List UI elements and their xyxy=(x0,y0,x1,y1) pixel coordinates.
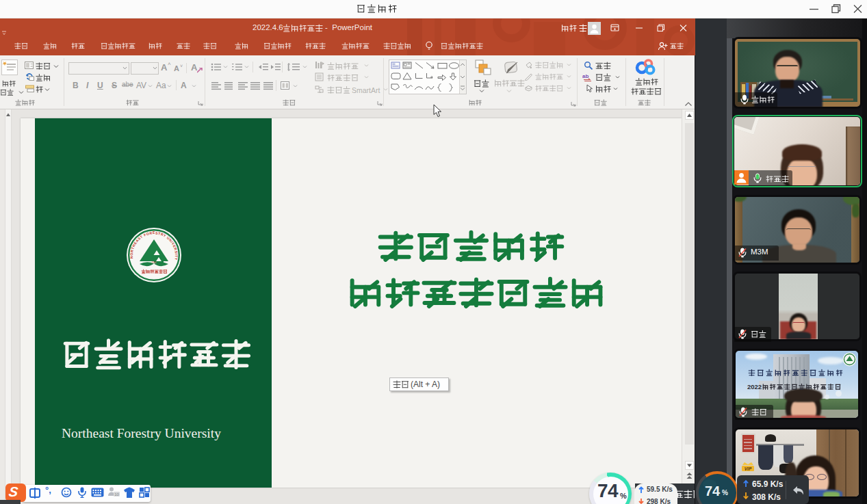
svg-text:ab: ab xyxy=(582,73,588,79)
svg-text:VIP: VIP xyxy=(745,466,752,471)
svg-text:1952: 1952 xyxy=(151,261,156,264)
svg-text:10: 10 xyxy=(114,492,119,496)
